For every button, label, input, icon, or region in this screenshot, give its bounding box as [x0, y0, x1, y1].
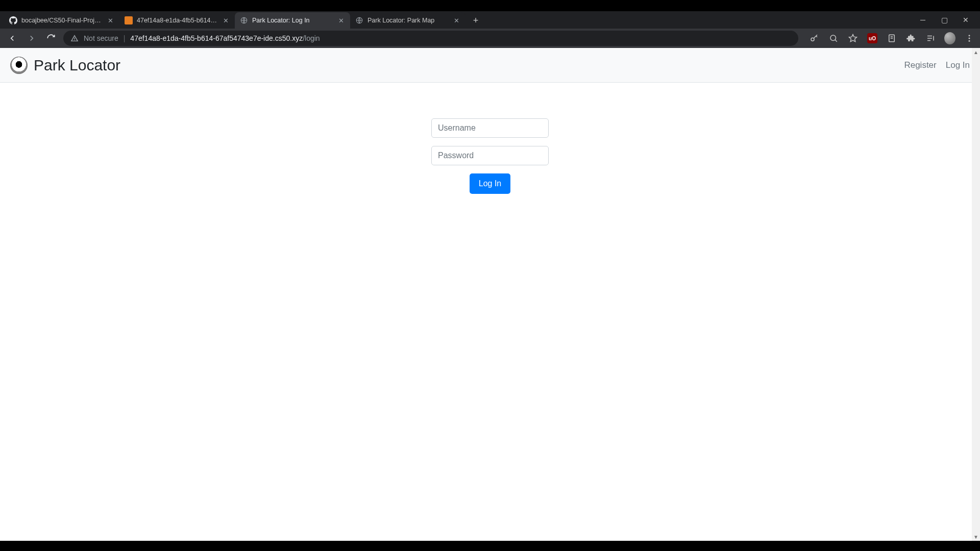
forward-button[interactable] — [24, 31, 39, 45]
extensions-icon[interactable] — [905, 33, 917, 44]
close-icon[interactable]: ✕ — [337, 16, 345, 24]
svg-point-3 — [830, 35, 836, 41]
brand[interactable]: Park Locator — [10, 57, 120, 74]
browser-tabstrip: bocajbee/CS50-Final-Project: My ✕ 47ef14… — [0, 11, 980, 29]
nav-register-link[interactable]: Register — [904, 60, 936, 70]
site-navbar: Park Locator Register Log In — [0, 48, 980, 83]
svg-point-5 — [969, 35, 970, 36]
toolbar-actions: uO — [803, 33, 975, 44]
new-tab-button[interactable]: + — [469, 13, 483, 28]
browser-tab-login[interactable]: Park Locator: Log In ✕ — [235, 12, 350, 29]
nav-login-link[interactable]: Log In — [946, 60, 970, 70]
back-button[interactable] — [5, 31, 19, 45]
close-icon[interactable]: ✕ — [222, 16, 230, 24]
window-controls: ─ ▢ ✕ — [918, 11, 980, 29]
scroll-down-icon[interactable]: ▼ — [972, 533, 980, 541]
minimize-icon[interactable]: ─ — [918, 16, 928, 24]
menu-icon[interactable] — [964, 33, 975, 44]
tab-title: bocajbee/CS50-Final-Project: My — [21, 17, 103, 24]
close-icon[interactable]: ✕ — [106, 16, 114, 24]
cube-icon — [125, 16, 133, 24]
key-icon[interactable] — [808, 33, 820, 44]
reload-button[interactable] — [44, 31, 58, 45]
page-viewport: Park Locator Register Log In Log In ▲ ▼ — [0, 48, 980, 541]
login-button[interactable]: Log In — [470, 173, 510, 194]
svg-point-6 — [969, 38, 970, 39]
browser-tab-github[interactable]: bocajbee/CS50-Final-Project: My ✕ — [4, 12, 119, 29]
search-icon[interactable] — [828, 33, 839, 44]
github-icon — [9, 16, 17, 24]
vertical-scrollbar[interactable]: ▲ ▼ — [972, 48, 980, 541]
window-titlebar — [0, 0, 980, 11]
browser-tab-ide[interactable]: 47ef14a8-e1da-4fb5-b614-67af5 ✕ — [119, 12, 235, 29]
username-input[interactable] — [431, 118, 549, 138]
window-bottom-border — [0, 541, 980, 551]
ublock-icon[interactable]: uO — [867, 33, 878, 44]
browser-toolbar: Not secure | 47ef14a8-e1da-4fb5-b614-67a… — [0, 29, 980, 48]
separator: | — [124, 34, 126, 42]
reading-list-icon[interactable] — [886, 33, 897, 44]
login-form: Log In — [0, 83, 980, 194]
url-text: 47ef14a8-e1da-4fb5-b614-67af54743e7e-ide… — [130, 34, 320, 42]
tab-title: Park Locator: Park Map — [368, 17, 449, 24]
profile-avatar[interactable] — [944, 33, 955, 44]
brand-logo-icon — [10, 57, 28, 74]
not-secure-icon — [70, 34, 79, 42]
password-input[interactable] — [431, 146, 549, 165]
browser-tab-map[interactable]: Park Locator: Park Map ✕ — [350, 12, 465, 29]
svg-point-2 — [811, 38, 814, 41]
scroll-up-icon[interactable]: ▲ — [972, 48, 980, 56]
tab-title: 47ef14a8-e1da-4fb5-b614-67af5 — [137, 17, 218, 24]
svg-point-7 — [969, 40, 970, 42]
brand-title: Park Locator — [34, 57, 120, 74]
close-icon[interactable]: ✕ — [452, 16, 460, 24]
close-window-icon[interactable]: ✕ — [961, 16, 971, 24]
tab-title: Park Locator: Log In — [252, 17, 334, 24]
media-icon[interactable] — [925, 33, 936, 44]
nav-links: Register Log In — [904, 60, 970, 70]
globe-icon — [355, 16, 363, 24]
maximize-icon[interactable]: ▢ — [939, 16, 949, 24]
address-bar[interactable]: Not secure | 47ef14a8-e1da-4fb5-b614-67a… — [63, 31, 798, 46]
globe-icon — [240, 16, 248, 24]
bookmark-star-icon[interactable] — [847, 33, 859, 44]
security-label: Not secure — [84, 34, 118, 42]
